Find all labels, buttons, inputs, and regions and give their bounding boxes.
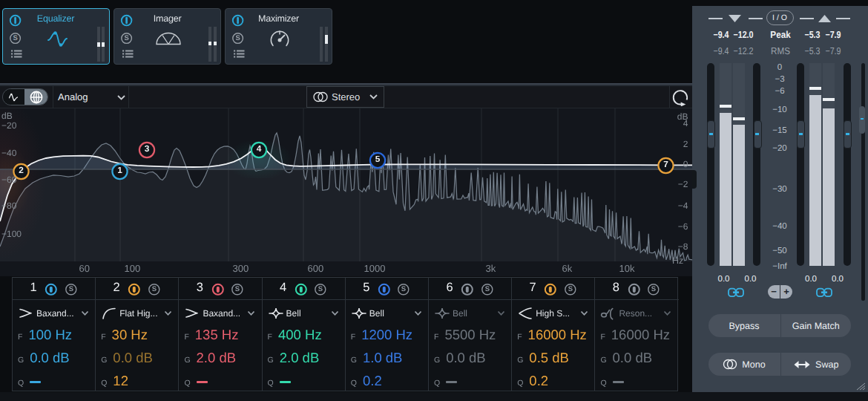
- svg-text:S: S: [152, 285, 157, 293]
- svg-text:S: S: [68, 285, 73, 293]
- svg-text:S: S: [125, 34, 129, 42]
- svg-text:S: S: [235, 285, 240, 293]
- svg-text:S: S: [318, 285, 323, 293]
- svg-text:S: S: [13, 34, 17, 42]
- svg-text:S: S: [651, 285, 656, 293]
- svg-text:S: S: [236, 34, 240, 42]
- svg-text:S: S: [401, 285, 406, 293]
- svg-text:S: S: [484, 285, 489, 293]
- svg-text:S: S: [568, 285, 573, 293]
